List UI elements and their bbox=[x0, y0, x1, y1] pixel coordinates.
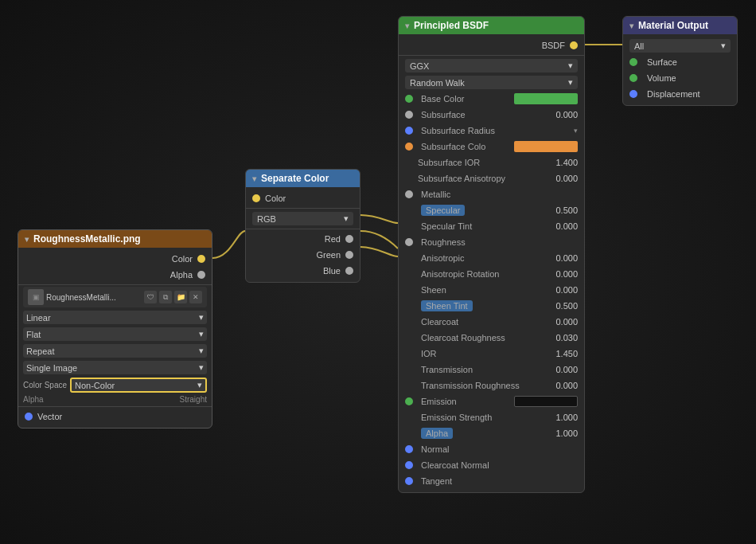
vector-input-socket[interactable] bbox=[25, 413, 33, 421]
extension-dropdown[interactable]: Repeat ▾ bbox=[23, 344, 207, 358]
specular-tint-row: Specular Tint 0.000 bbox=[399, 218, 584, 234]
red-output-row: Red bbox=[246, 231, 360, 247]
material-output-title: Material Output bbox=[638, 20, 708, 31]
subsurface-ior-row: Subsurface IOR 1.400 bbox=[399, 155, 584, 170]
distribution-dropdown[interactable]: GGX ▾ bbox=[405, 59, 578, 72]
volume-socket[interactable] bbox=[629, 74, 637, 82]
interpolation-dropdown[interactable]: Linear ▾ bbox=[23, 311, 207, 324]
collapse-icon[interactable]: ▾ bbox=[405, 22, 409, 30]
clearcoat-roughness-label: Clearcoat Roughness bbox=[421, 333, 546, 342]
base-color-bar[interactable] bbox=[514, 93, 578, 104]
source-value: Single Image bbox=[26, 363, 77, 373]
transmission-label: Transmission bbox=[421, 365, 546, 374]
base-color-socket[interactable] bbox=[405, 95, 413, 103]
anisotropic-row: Anisotropic 0.000 bbox=[399, 250, 584, 266]
subsurface-anisotropy-row: Subsurface Anisotropy 0.000 bbox=[399, 170, 584, 186]
collapse-icon[interactable]: ▾ bbox=[252, 174, 256, 183]
subsurface-row: Subsurface 0.000 bbox=[399, 107, 584, 123]
rgb-dropdown[interactable]: RGB ▾ bbox=[252, 212, 353, 225]
principled-bsdf-header: ▾ Principled BSDF bbox=[399, 17, 584, 34]
shield-icon[interactable]: 🛡 bbox=[144, 291, 157, 303]
displacement-row: Displacement bbox=[623, 86, 737, 102]
metallic-socket[interactable] bbox=[405, 190, 413, 198]
bsdf-output-socket[interactable] bbox=[570, 41, 578, 49]
roughness-socket[interactable] bbox=[405, 238, 413, 246]
subsurface-method-dropdown[interactable]: Random Walk ▾ bbox=[405, 76, 578, 89]
material-output-header: ▾ Material Output bbox=[623, 17, 737, 34]
mat-output-dropdown-row: All ▾ bbox=[623, 37, 737, 54]
specular-label: Specular bbox=[421, 205, 546, 215]
color-space-dropdown[interactable]: Non-Color ▾ bbox=[70, 378, 207, 393]
displacement-label: Displacement bbox=[647, 89, 700, 99]
bsdf-output-row: BSDF bbox=[399, 37, 584, 53]
dropdown-arrow-icon: ▾ bbox=[721, 41, 726, 51]
material-output-body: All ▾ Surface Volume Displacement bbox=[623, 34, 737, 105]
volume-label: Volume bbox=[647, 73, 676, 83]
dropdown-arrow-icon: ▾ bbox=[197, 380, 202, 390]
roughness-metallic-body: Color Alpha ▣ RoughnessMetalli... 🛡 ⧉ 📁 … bbox=[18, 248, 212, 428]
displacement-socket[interactable] bbox=[629, 90, 637, 98]
color-input-socket[interactable] bbox=[252, 194, 260, 202]
rgb-dropdown-row: RGB ▾ bbox=[246, 210, 360, 227]
normal-socket[interactable] bbox=[405, 445, 413, 453]
transmission-value: 0.000 bbox=[546, 365, 578, 374]
source-dropdown[interactable]: Single Image ▾ bbox=[23, 361, 207, 374]
clearcoat-normal-label: Clearcoat Normal bbox=[421, 460, 578, 470]
ior-value: 1.450 bbox=[546, 349, 578, 358]
extension-value: Repeat bbox=[26, 346, 54, 356]
copy-icon[interactable]: ⧉ bbox=[159, 291, 172, 303]
alpha-output-socket[interactable] bbox=[197, 271, 205, 279]
color-input-row: Color bbox=[246, 190, 360, 206]
specular-tint-value: 0.000 bbox=[546, 221, 578, 231]
subsurface-radius-socket[interactable] bbox=[405, 127, 413, 135]
metallic-label: Metallic bbox=[421, 190, 578, 199]
clearcoat-roughness-row: Clearcoat Roughness 0.030 bbox=[399, 330, 584, 346]
color-output-socket[interactable] bbox=[197, 255, 205, 263]
anisotropic-value: 0.000 bbox=[546, 253, 578, 263]
material-output-node: ▾ Material Output All ▾ Surface Volume D… bbox=[622, 16, 738, 106]
ior-label: IOR bbox=[421, 349, 546, 358]
subsurface-ior-value: 1.400 bbox=[546, 158, 578, 167]
roughness-metallic-node: ▾ RoughnessMetallic.png Color Alpha ▣ Ro… bbox=[18, 229, 212, 429]
surface-socket[interactable] bbox=[629, 58, 637, 66]
specular-value: 0.500 bbox=[546, 205, 578, 215]
bsdf-output-label: BSDF bbox=[542, 41, 565, 50]
surface-row: Surface bbox=[623, 54, 737, 70]
projection-dropdown[interactable]: Flat ▾ bbox=[23, 327, 207, 341]
collapse-icon[interactable]: ▾ bbox=[629, 22, 633, 30]
emission-row: Emission bbox=[399, 393, 584, 409]
alpha-output-row: Alpha bbox=[18, 267, 212, 283]
anisotropic-rotation-label: Anisotropic Rotation bbox=[421, 269, 546, 279]
folder-icon[interactable]: 📁 bbox=[174, 291, 187, 303]
alpha-row: Alpha 1.000 bbox=[399, 425, 584, 441]
close-icon[interactable]: ✕ bbox=[189, 291, 202, 303]
dropdown-arrow-icon: ▾ bbox=[199, 362, 204, 373]
subsurface-method-value: Random Walk bbox=[410, 78, 465, 88]
ior-row: IOR 1.450 bbox=[399, 346, 584, 362]
green-output-label: Green bbox=[316, 250, 341, 260]
blue-output-label: Blue bbox=[323, 266, 341, 276]
volume-row: Volume bbox=[623, 70, 737, 86]
collapse-icon[interactable]: ▾ bbox=[25, 235, 29, 244]
clearcoat-roughness-value: 0.030 bbox=[546, 333, 578, 342]
mat-output-dropdown[interactable]: All ▾ bbox=[629, 39, 731, 53]
mat-output-dropdown-value: All bbox=[634, 41, 644, 51]
green-output-socket[interactable] bbox=[345, 251, 353, 259]
clearcoat-normal-socket[interactable] bbox=[405, 461, 413, 469]
alpha-label: Alpha bbox=[23, 395, 44, 404]
subsurface-anisotropy-label: Subsurface Anisotropy bbox=[418, 174, 546, 183]
tangent-socket[interactable] bbox=[405, 477, 413, 485]
red-output-socket[interactable] bbox=[345, 235, 353, 243]
sheen-label: Sheen bbox=[421, 285, 546, 295]
subsurface-color-bar[interactable] bbox=[514, 141, 578, 152]
clearcoat-normal-row: Clearcoat Normal bbox=[399, 457, 584, 473]
subsurface-label: Subsurface bbox=[421, 110, 546, 119]
blue-output-socket[interactable] bbox=[345, 267, 353, 275]
transmission-roughness-label: Transmission Roughness bbox=[421, 381, 546, 390]
subsurface-color-socket[interactable] bbox=[405, 143, 413, 151]
distribution-row: GGX ▾ bbox=[399, 57, 584, 74]
subsurface-socket[interactable] bbox=[405, 111, 413, 119]
dropdown-arrow-icon: ▾ bbox=[344, 213, 349, 224]
emission-socket[interactable] bbox=[405, 397, 413, 405]
emission-color-bar[interactable] bbox=[514, 396, 578, 407]
